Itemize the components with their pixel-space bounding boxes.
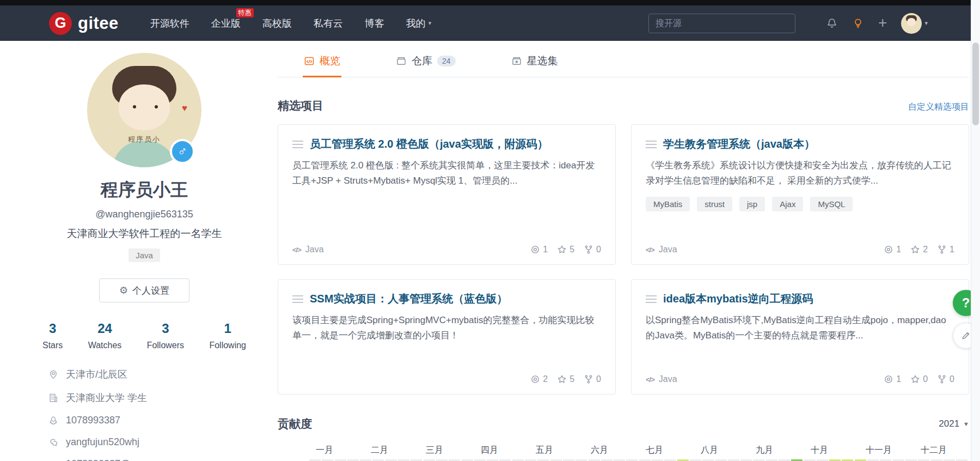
- profile-handle: @wanghengjie563135: [36, 209, 253, 220]
- tab[interactable]: 概览: [303, 46, 341, 77]
- nav-item[interactable]: 博客: [365, 17, 384, 30]
- profile-details: 天津市/北辰区 天津商业大学 学生 1078993387 yangfujun52…: [36, 368, 253, 461]
- bell-icon[interactable]: [826, 17, 838, 29]
- watch-count[interactable]: 1: [530, 245, 548, 254]
- profile-stats: 3 Stars 24 Watches 3 Followers 1 Followi…: [36, 321, 253, 350]
- project-tag[interactable]: MySQL: [810, 197, 853, 211]
- project-title-link[interactable]: SSM实战项目：人事管理系统（蓝色版）: [310, 292, 507, 306]
- profile-stat[interactable]: 3 Stars: [42, 321, 63, 350]
- project-tags: MyBatisstrustjspAjaxMySQL: [646, 197, 954, 211]
- count-badge: 24: [437, 56, 456, 66]
- page-scrollbar: [971, 0, 980, 461]
- eye-icon: [530, 245, 540, 254]
- profile-stat[interactable]: 1 Following: [209, 321, 246, 350]
- drag-handle-icon[interactable]: [292, 295, 303, 303]
- fork-icon: [937, 374, 947, 384]
- contributions-section: 贡献度 2021 ▼ 一月二月三月四月五月六月七月八月九月十月十一月十二月 周一: [278, 416, 969, 461]
- gear-icon: ⚙: [119, 284, 128, 296]
- chevron-down-icon: ▾: [428, 20, 432, 27]
- fork-count[interactable]: 0: [584, 374, 601, 384]
- fork-count[interactable]: 0: [937, 374, 954, 384]
- user-menu[interactable]: ▾: [901, 13, 928, 34]
- month-label: 二月: [364, 445, 419, 456]
- code-icon: </>: [646, 246, 654, 254]
- profile-detail: 天津市/北辰区: [48, 368, 253, 381]
- bulb-icon[interactable]: [852, 17, 864, 29]
- tab[interactable]: 仓库 24: [395, 46, 457, 77]
- profile-sidebar: ♥ 程序员小 ♂ 程序员小王 @wanghengjie563135 天津商业大学…: [36, 41, 253, 461]
- star-count[interactable]: 5: [557, 374, 574, 384]
- project-title-link[interactable]: idea版本mybatis逆向工程源码: [663, 292, 813, 306]
- nav-item[interactable]: 企业版 特惠: [211, 17, 241, 30]
- drag-handle-icon[interactable]: [646, 141, 657, 148]
- contribution-months: 一月二月三月四月五月六月七月八月九月十月十一月十二月: [309, 445, 969, 456]
- profile-name: 程序员小王: [36, 178, 253, 202]
- mail-icon: [48, 459, 59, 461]
- project-language: </> Java: [646, 374, 677, 384]
- profile-stat[interactable]: 24 Watches: [88, 321, 122, 350]
- plus-icon[interactable]: +: [878, 15, 887, 31]
- project-description: 《学生教务系统》系统设计以方便快捷和安全为出发点，放弃传统的人工记录对学生信息管…: [646, 158, 954, 188]
- fork-icon: [937, 245, 947, 254]
- scrollbar-thumb[interactable]: [972, 43, 979, 125]
- eye-icon: [884, 374, 893, 384]
- project-language: </> Java: [646, 245, 677, 254]
- male-icon: ♂: [170, 139, 195, 164]
- project-title-link[interactable]: 学生教务管理系统（java版本）: [663, 137, 815, 151]
- profile-detail: 1078993387: [48, 415, 253, 426]
- settings-button[interactable]: ⚙ 个人设置: [99, 278, 189, 302]
- chevron-down-icon: ▾: [924, 20, 928, 27]
- watch-count[interactable]: 2: [530, 374, 548, 384]
- month-label: 九月: [749, 445, 804, 456]
- project-tag[interactable]: MyBatis: [646, 197, 690, 211]
- gitee-logo[interactable]: G gitee: [49, 12, 119, 35]
- drag-handle-icon[interactable]: [292, 141, 303, 148]
- chevron-down-icon: ▼: [963, 421, 969, 427]
- month-label: 八月: [694, 445, 749, 456]
- profile-bio: 天津商业大学软件工程的一名学生: [36, 227, 253, 241]
- nav-item[interactable]: 我的 ▾: [406, 17, 432, 30]
- nav-menu: 开源软件 企业版 特惠 高校版 私有云 博客 我的 ▾: [150, 17, 454, 30]
- top-strip: [0, 0, 980, 5]
- search-input[interactable]: [648, 14, 795, 33]
- gitee-logo-text: gitee: [78, 14, 119, 33]
- project-tag[interactable]: strust: [697, 197, 732, 211]
- project-title-link[interactable]: 员工管理系统 2.0 橙色版（java实现版，附源码）: [310, 137, 548, 151]
- skill-tag[interactable]: Java: [128, 248, 160, 262]
- promo-badge: 特惠: [236, 8, 254, 17]
- month-label: 六月: [584, 445, 639, 456]
- watch-count[interactable]: 1: [884, 245, 901, 254]
- star-icon: [557, 374, 567, 384]
- profile-tabs: 概览 仓库 24 星选集: [278, 46, 969, 77]
- nav-item[interactable]: 私有云: [314, 17, 343, 30]
- nav-item[interactable]: 高校版: [262, 17, 292, 30]
- profile-detail: 1078993387@qq.com: [48, 458, 253, 461]
- star-count[interactable]: 0: [910, 374, 928, 384]
- overview-icon: [304, 56, 315, 66]
- month-label: 十二月: [914, 445, 969, 456]
- drag-handle-icon[interactable]: [646, 295, 657, 303]
- pencil-icon: [960, 330, 971, 341]
- project-tag[interactable]: Ajax: [772, 197, 803, 211]
- fork-count[interactable]: 0: [584, 245, 601, 254]
- profile-detail: 天津商业大学 学生: [48, 391, 253, 404]
- gitee-logo-icon: G: [49, 12, 72, 35]
- month-label: 五月: [529, 445, 584, 456]
- fork-icon: [584, 374, 593, 384]
- year-selector[interactable]: 2021 ▼: [939, 418, 969, 429]
- project-description: 该项目主要是完成Spring+SpringMVC+mybatis的完整整合，功能…: [292, 313, 601, 343]
- profile-stat[interactable]: 3 Followers: [147, 321, 184, 350]
- fork-count[interactable]: 1: [937, 245, 954, 254]
- tab[interactable]: 星选集: [510, 46, 559, 77]
- nav-item[interactable]: 开源软件: [150, 17, 189, 30]
- project-card: SSM实战项目：人事管理系统（蓝色版） 该项目主要是完成Spring+Sprin…: [278, 279, 616, 395]
- watch-count[interactable]: 1: [884, 374, 901, 384]
- customize-featured-link[interactable]: 自定义精选项目: [908, 101, 969, 113]
- month-label: 一月: [309, 445, 364, 456]
- avatar: [901, 13, 922, 34]
- star-count[interactable]: 2: [910, 245, 928, 254]
- project-tag[interactable]: jsp: [739, 197, 765, 211]
- project-card: idea版本mybatis逆向工程源码 以Spring整合MyBatis环境下,…: [631, 279, 969, 395]
- star-count[interactable]: 5: [557, 245, 574, 254]
- contributions-title: 贡献度: [278, 416, 312, 432]
